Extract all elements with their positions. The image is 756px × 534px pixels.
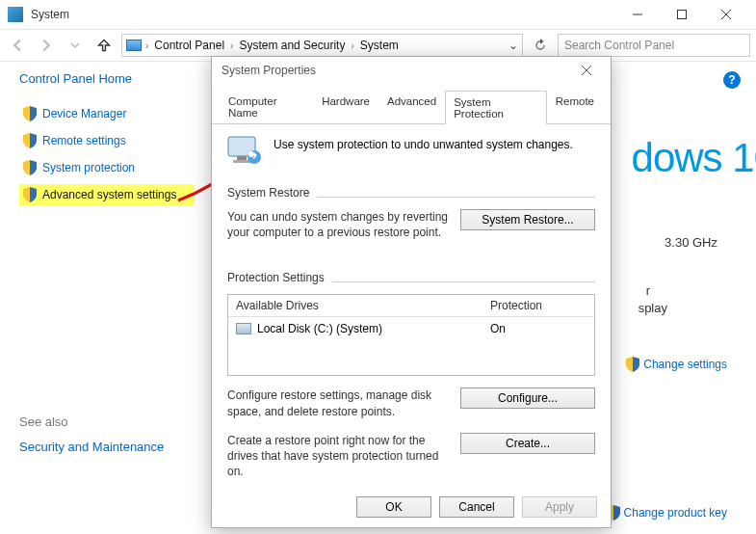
drive-protection: On [490, 322, 587, 335]
control-panel-icon [126, 40, 142, 51]
shield-icon [23, 187, 37, 202]
protection-settings-legend: Protection Settings [227, 271, 325, 284]
drives-list[interactable]: Available Drives Protection Local Disk (… [227, 294, 595, 376]
recent-dropdown[interactable] [64, 34, 87, 57]
create-text: Create a restore point right now for the… [227, 433, 449, 480]
see-also-heading: See also [19, 414, 68, 429]
system-icon [8, 7, 23, 22]
divider [317, 197, 595, 198]
sidebar-link-system-protection[interactable]: System protection [19, 157, 195, 178]
search-input[interactable]: Search Control Panel [558, 34, 750, 57]
change-product-key-label: Change product key [624, 506, 727, 520]
dialog-title: System Properties [222, 64, 316, 77]
divider [332, 281, 595, 282]
maximize-button[interactable] [660, 0, 704, 29]
tab-remote[interactable]: Remote [547, 90, 603, 123]
dialog-tabs: Computer NameHardwareAdvancedSystem Prot… [212, 84, 611, 124]
control-panel-home-link[interactable]: Control Panel Home [19, 71, 195, 86]
cancel-button[interactable]: Cancel [439, 496, 514, 518]
svg-rect-8 [233, 160, 250, 163]
breadcrumb-item[interactable]: System and Security [237, 39, 347, 52]
address-bar[interactable]: › Control Panel › System and Security › … [121, 34, 523, 57]
sidebar-link-label: Device Manager [42, 107, 126, 120]
shield-icon [626, 357, 639, 372]
drive-name: Local Disk (C:) (System) [257, 322, 382, 335]
system-restore-button[interactable]: System Restore... [460, 209, 595, 230]
configure-text: Configure restore settings, manage disk … [227, 387, 449, 418]
tab-hardware[interactable]: Hardware [313, 90, 378, 123]
ok-button[interactable]: OK [356, 496, 431, 518]
refresh-button[interactable] [529, 34, 552, 57]
drive-icon [236, 323, 251, 334]
dialog-titlebar: System Properties [212, 57, 611, 84]
window-titlebar: System [0, 0, 756, 29]
sidebar-link-remote-settings[interactable]: Remote settings [19, 130, 195, 151]
change-settings-label: Change settings [643, 358, 727, 371]
breadcrumb-item[interactable]: System [358, 39, 401, 52]
windows-10-brand: dows 10 [632, 135, 756, 181]
shield-icon [23, 106, 37, 121]
spec-text: 3.30 GHz [665, 235, 717, 250]
back-button[interactable] [6, 34, 29, 57]
sidebar-link-label: Remote settings [42, 134, 126, 147]
help-icon[interactable]: ? [723, 71, 741, 89]
minimize-button[interactable] [615, 0, 660, 29]
sidebar-link-label: Advanced system settings [42, 188, 176, 201]
drive-row[interactable]: Local Disk (C:) (System)On [228, 317, 594, 340]
system-restore-legend: System Restore [227, 186, 309, 200]
search-placeholder: Search Control Panel [564, 39, 674, 52]
chevron-right-icon: › [145, 40, 148, 51]
svg-rect-1 [678, 11, 687, 19]
forward-button[interactable] [35, 34, 58, 57]
window-title: System [31, 8, 615, 21]
sidebar-link-label: System protection [42, 161, 135, 174]
change-product-key-link[interactable]: Change product key [607, 505, 727, 521]
create-button[interactable]: Create... [460, 433, 595, 454]
spec-text: r [646, 283, 650, 298]
shield-icon [23, 133, 37, 148]
sidebar-link-advanced-system-settings[interactable]: Advanced system settings [19, 184, 195, 205]
system-restore-text: You can undo system changes by reverting… [227, 209, 449, 240]
system-properties-dialog: System Properties Computer NameHardwareA… [211, 56, 612, 528]
tab-system-protection[interactable]: System Protection [445, 91, 547, 124]
sidebar-link-device-manager[interactable]: Device Manager [19, 103, 195, 124]
column-header-protection: Protection [490, 299, 587, 312]
breadcrumb-item[interactable]: Control Panel [152, 39, 226, 52]
left-panel: Control Panel Home Device ManagerRemote … [0, 62, 202, 221]
tab-advanced[interactable]: Advanced [378, 90, 445, 123]
shield-icon [23, 160, 37, 175]
chevron-right-icon: › [230, 40, 233, 51]
up-button[interactable] [92, 34, 116, 57]
apply-button[interactable]: Apply [522, 496, 597, 518]
spec-text: splay [639, 301, 667, 315]
intro-text: Use system protection to undo unwanted s… [274, 136, 573, 151]
security-maintenance-link[interactable]: Security and Maintenance [19, 440, 164, 454]
tab-computer-name[interactable]: Computer Name [220, 90, 313, 123]
configure-button[interactable]: Configure... [460, 387, 595, 409]
system-protection-icon [227, 136, 262, 167]
close-button[interactable] [704, 0, 748, 29]
chevron-right-icon: › [351, 40, 353, 51]
svg-rect-7 [237, 156, 247, 160]
chevron-down-icon[interactable]: ⌄ [508, 39, 518, 52]
column-header-drives: Available Drives [236, 299, 490, 312]
dialog-close-button[interactable] [572, 66, 601, 75]
change-settings-link[interactable]: Change settings [626, 357, 727, 372]
